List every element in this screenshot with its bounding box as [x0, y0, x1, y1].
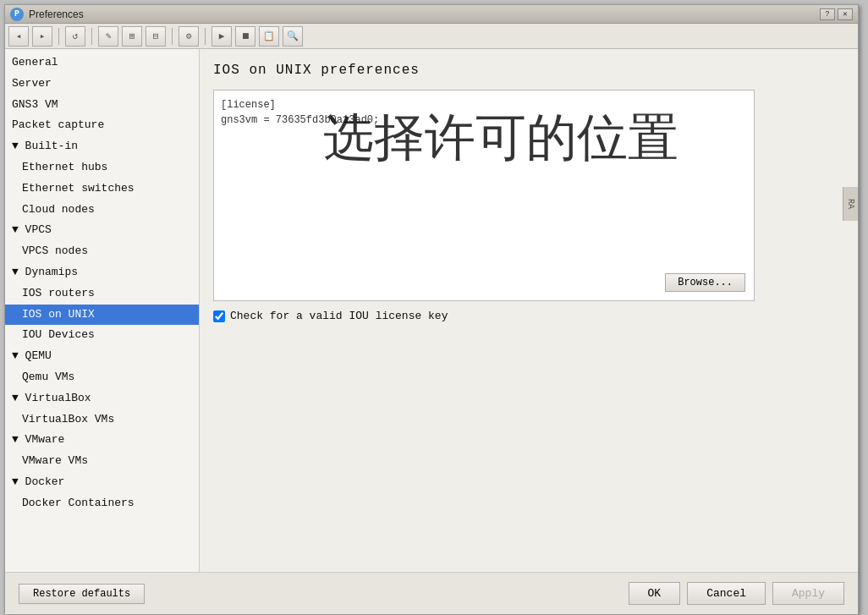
window-icon: P — [10, 8, 24, 21]
sidebar-item-gns3vm[interactable]: GNS3 VM — [5, 95, 199, 116]
ok-button[interactable]: OK — [629, 582, 681, 605]
main-panel: IOS on UNIX preferences [license] gns3vm… — [200, 49, 858, 572]
side-indicator: RA — [843, 187, 858, 221]
sidebar-item-dynamips[interactable]: ▼ Dynamips — [5, 262, 199, 283]
toolbar-btn-1[interactable]: ◂ — [8, 26, 29, 47]
license-text: [license] gns3vm = 73635fd3b0a13ad0; — [221, 97, 747, 128]
sidebar-item-general[interactable]: General — [5, 52, 199, 74]
sidebar-item-vmware-vms[interactable]: VMware VMs — [5, 451, 199, 472]
toolbar-sep-2 — [91, 28, 92, 45]
checkbox-row: Check for a valid IOU license key — [213, 310, 844, 322]
sidebar-item-server[interactable]: Server — [5, 74, 199, 95]
toolbar-btn-8[interactable]: ▶ — [212, 26, 232, 47]
sidebar-item-built-in[interactable]: ▼ Built-in — [5, 136, 199, 157]
title-bar: P Preferences ? ✕ — [5, 5, 858, 24]
close-button[interactable]: ✕ — [838, 8, 853, 20]
toolbar-btn-10[interactable]: 📋 — [259, 26, 279, 47]
apply-button[interactable]: Apply — [772, 582, 844, 605]
sidebar-item-packet-capture[interactable]: Packet capture — [5, 115, 199, 136]
title-bar-buttons: ? ✕ — [820, 8, 853, 20]
sidebar-item-vpcs-nodes[interactable]: VPCS nodes — [5, 241, 199, 262]
license-line1: [license] — [221, 97, 747, 113]
sidebar-item-cloud-nodes[interactable]: Cloud nodes — [5, 200, 199, 221]
toolbar: ◂ ▸ ↺ ✎ ⊞ ⊟ ⚙ ▶ ⏹ 📋 🔍 — [5, 24, 858, 49]
checkbox-label: Check for a valid IOU license key — [230, 310, 448, 322]
sidebar-item-docker-containers[interactable]: Docker Containers — [5, 493, 199, 514]
panel-title: IOS on UNIX preferences — [213, 63, 844, 78]
toolbar-btn-6[interactable]: ⊟ — [146, 26, 166, 47]
sidebar: General Server GNS3 VM Packet capture ▼ … — [5, 49, 200, 572]
restore-defaults-button[interactable]: Restore defaults — [19, 584, 145, 604]
window-title: Preferences — [29, 8, 820, 20]
window-icon-text: P — [14, 9, 19, 19]
license-box: [license] gns3vm = 73635fd3b0a13ad0; 选择许… — [213, 90, 755, 301]
toolbar-btn-9[interactable]: ⏹ — [235, 26, 255, 47]
iou-license-checkbox[interactable] — [213, 310, 225, 322]
sidebar-item-ios-routers[interactable]: IOS routers — [5, 283, 199, 305]
sidebar-item-qemu[interactable]: ▼ QEMU — [5, 346, 199, 367]
sidebar-item-iou-devices[interactable]: IOU Devices — [5, 325, 199, 346]
sidebar-item-vmware[interactable]: ▼ VMware — [5, 430, 199, 451]
bottom-bar: Restore defaults OK Cancel Apply — [5, 572, 858, 614]
sidebar-item-docker[interactable]: ▼ Docker — [5, 472, 199, 493]
preferences-window: P Preferences ? ✕ ◂ ▸ ↺ ✎ ⊞ ⊟ ⚙ ▶ ⏹ 📋 🔍 … — [4, 4, 859, 613]
toolbar-btn-11[interactable]: 🔍 — [283, 26, 303, 47]
sidebar-item-virtualbox[interactable]: ▼ VirtualBox — [5, 388, 199, 409]
sidebar-item-ethernet-switches[interactable]: Ethernet switches — [5, 178, 199, 200]
browse-button[interactable]: Browse... — [665, 273, 745, 292]
toolbar-sep-1 — [58, 28, 59, 45]
sidebar-item-virtualbox-vms[interactable]: VirtualBox VMs — [5, 409, 199, 431]
toolbar-btn-3[interactable]: ↺ — [65, 26, 85, 47]
dialog-buttons: OK Cancel Apply — [629, 582, 844, 605]
toolbar-btn-5[interactable]: ⊞ — [122, 26, 142, 47]
license-line2: gns3vm = 73635fd3b0a13ad0; — [221, 113, 747, 128]
toolbar-btn-7[interactable]: ⚙ — [179, 26, 199, 47]
cancel-button[interactable]: Cancel — [687, 582, 766, 605]
help-button[interactable]: ? — [820, 8, 835, 20]
sidebar-item-ethernet-hubs[interactable]: Ethernet hubs — [5, 157, 199, 178]
toolbar-sep-4 — [205, 28, 206, 45]
sidebar-item-vpcs[interactable]: ▼ VPCS — [5, 220, 199, 241]
content-area: General Server GNS3 VM Packet capture ▼ … — [5, 49, 858, 572]
toolbar-btn-2[interactable]: ▸ — [32, 26, 52, 47]
toolbar-btn-4[interactable]: ✎ — [98, 26, 118, 47]
sidebar-item-qemu-vms[interactable]: Qemu VMs — [5, 367, 199, 388]
sidebar-item-ios-on-unix[interactable]: IOS on UNIX — [5, 305, 199, 326]
toolbar-sep-3 — [172, 28, 173, 45]
